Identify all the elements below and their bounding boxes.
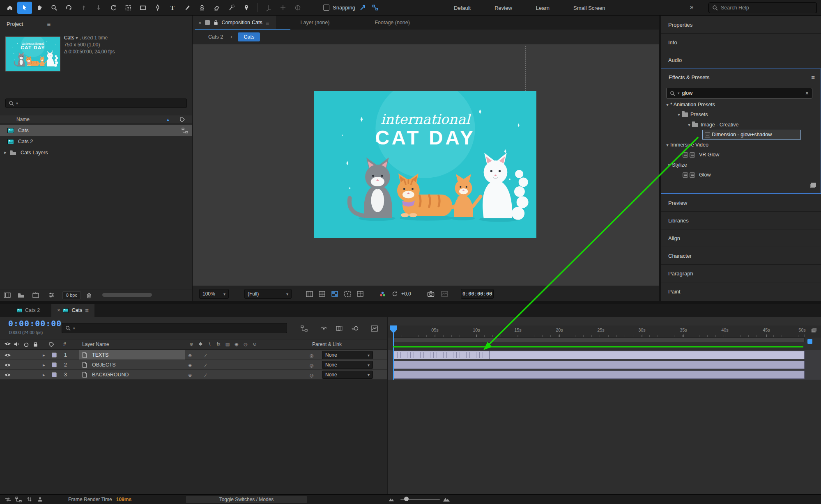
project-panel-title[interactable]: Project (7, 21, 23, 27)
render-queue-toggle[interactable] (2, 495, 13, 504)
time-ruler[interactable]: 0s 05s 10s 15s 20s 25s 30s 35s 40s 45s 5… (388, 325, 821, 337)
libraries-panel-header[interactable]: Libraries (661, 211, 821, 229)
quality-column-icon[interactable]: ∖ (205, 341, 214, 347)
type-tool[interactable]: T (165, 2, 180, 14)
lock-icon[interactable] (213, 20, 218, 25)
footage-viewer-tab[interactable]: Footage (none) (375, 20, 409, 25)
collapse-switch[interactable]: ⊕ (188, 351, 196, 360)
region-of-interest-button[interactable] (343, 289, 352, 299)
character-panel-header[interactable]: Character (661, 247, 821, 264)
layer-name[interactable]: TEXTS (92, 350, 108, 360)
label-column-icon[interactable] (180, 117, 185, 122)
layer-label-swatch[interactable] (52, 353, 57, 357)
workspace-review[interactable]: Review (494, 5, 512, 11)
pickwhip-icon[interactable]: ◎ (310, 351, 318, 360)
home-button[interactable] (2, 2, 17, 14)
composition-viewport[interactable] (193, 44, 659, 286)
effects-search-input[interactable] (682, 90, 803, 96)
audio-panel-header[interactable]: Audio (661, 51, 821, 69)
threed-column-icon[interactable]: ⊙ (251, 341, 259, 347)
bit-depth-button[interactable]: 8 bpc (62, 291, 81, 299)
paragraph-panel-header[interactable]: Paragraph (661, 264, 821, 282)
quality-switch[interactable]: ∕ (205, 351, 214, 360)
dolly-camera-tool[interactable] (91, 2, 106, 14)
solo-column-icon[interactable] (24, 342, 29, 347)
project-horizontal-scrollbar[interactable] (102, 293, 152, 297)
pan-behind-tool[interactable] (121, 2, 136, 14)
comp-marker-bin-icon[interactable] (811, 328, 817, 333)
layer-duration-bar-background[interactable] (393, 371, 805, 379)
current-timecode[interactable]: 0:00:00:00 (8, 318, 62, 328)
layer-row-background[interactable]: ▸ 3 BACKGROUND ⊕ ∕ ◎ None▾ (0, 370, 387, 380)
motion-blur-button[interactable] (350, 323, 360, 333)
safe-zones-button[interactable] (304, 289, 314, 299)
zoom-out-mountain-icon[interactable] (389, 497, 394, 502)
search-dropdown-icon[interactable]: ▾ (678, 91, 680, 95)
shape-tool[interactable] (136, 2, 150, 14)
collapse-switch[interactable]: ⊕ (188, 360, 196, 370)
toggle-switches-modes-button[interactable]: Toggle Switches / Modes (186, 496, 307, 503)
layer-visibility-eye-icon[interactable] (4, 373, 11, 377)
layer-name[interactable]: OBJECTS (92, 360, 116, 370)
audio-column-icon[interactable] (14, 341, 19, 347)
new-composition-button[interactable] (28, 292, 44, 298)
current-time-indicator-line[interactable] (393, 325, 394, 380)
layer-label-swatch[interactable] (52, 362, 57, 367)
breadcrumb-parent[interactable]: Cats 2 (208, 34, 223, 40)
workspace-overflow-button[interactable]: » (690, 3, 693, 10)
tree-item-vr-glow[interactable]: VR Glow (661, 150, 821, 160)
composition-canvas[interactable] (314, 91, 536, 238)
layer-disclosure-icon[interactable]: ▸ (43, 360, 48, 370)
workspace-small-screen[interactable]: Small Screen (573, 5, 605, 11)
shy-layers-button[interactable] (318, 323, 329, 333)
zoom-in-mountain-icon[interactable] (443, 496, 450, 502)
index-column-header[interactable]: # (63, 341, 66, 347)
layer-disclosure-icon[interactable]: ▸ (43, 370, 48, 380)
close-tab-icon[interactable]: × (198, 20, 202, 26)
timeline-navigator-handle[interactable] (807, 339, 812, 344)
item-dropdown-icon[interactable]: ▾ (76, 35, 78, 41)
magnification-select[interactable]: 100% ▾ (199, 289, 229, 299)
layer-name[interactable]: BACKGROUND (92, 370, 129, 380)
layer-name-column-header[interactable]: Layer Name (82, 341, 109, 347)
expand-icon[interactable]: ▾ (676, 112, 682, 117)
viewer-timecode[interactable]: 0:00:00:00 (461, 289, 494, 299)
project-panel-menu-icon[interactable]: ≡ (47, 21, 51, 27)
parent-select[interactable]: None▾ (322, 361, 373, 369)
sort-ascending-icon[interactable]: ▲ (166, 117, 170, 122)
effects-presets-title[interactable]: Effects & Presets (669, 74, 709, 80)
view-axis-mode[interactable] (290, 2, 305, 14)
effects-panel-menu-icon[interactable]: ≡ (811, 74, 815, 81)
pickwhip-icon[interactable]: ◎ (310, 370, 318, 380)
orbit-camera-tool[interactable] (62, 2, 76, 14)
layer-row-objects[interactable]: ▸ 2 OBJECTS ⊕ ∕ ◎ None▾ (0, 360, 387, 370)
tree-item-glow[interactable]: Glow (661, 170, 821, 180)
exposure-value[interactable]: +0,0 (401, 291, 411, 297)
hand-tool[interactable] (32, 2, 47, 14)
quality-switch[interactable]: ∕ (205, 360, 214, 370)
parent-link-column-header[interactable]: Parent & Link (312, 341, 342, 347)
grid-guides-button[interactable] (355, 289, 365, 299)
composition-viewer-tab[interactable]: × Composition Cats ≡ (193, 16, 276, 30)
reset-exposure-button[interactable] (390, 289, 400, 299)
new-animation-preset-icon[interactable] (810, 182, 816, 188)
preview-panel-header[interactable]: Preview (661, 194, 821, 211)
flowchart-toggle[interactable] (13, 495, 24, 504)
roto-brush-tool[interactable] (224, 2, 239, 14)
help-search-box[interactable] (708, 2, 817, 13)
timeline-tab-cats[interactable]: × Cats ≡ (51, 304, 94, 317)
properties-panel-header[interactable]: Properties (661, 16, 821, 33)
local-axis-mode[interactable] (261, 2, 276, 14)
info-panel-header[interactable]: Info (661, 33, 821, 51)
project-item-name[interactable]: Cats (64, 35, 74, 41)
show-snapshot-button[interactable] (439, 289, 449, 299)
search-dropdown-icon[interactable]: ▾ (16, 101, 18, 105)
project-settings-button[interactable] (44, 292, 59, 298)
zoom-tool[interactable] (47, 2, 62, 14)
selection-tool[interactable] (17, 2, 32, 14)
workspace-learn[interactable]: Learn (536, 5, 550, 11)
snapping-checkbox[interactable] (323, 5, 329, 11)
collaboration-button[interactable] (34, 495, 45, 504)
mini-flowchart-button[interactable] (299, 323, 309, 333)
frame-blending-button[interactable] (334, 323, 345, 333)
